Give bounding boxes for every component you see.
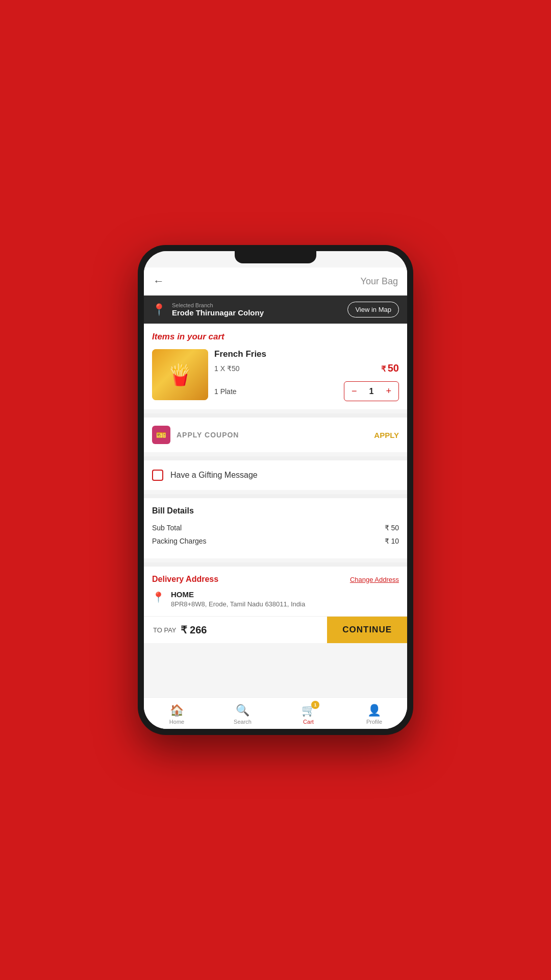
tab-home[interactable]: 🏠 Home xyxy=(144,702,210,727)
gifting-section[interactable]: Have a Gifting Message xyxy=(144,460,407,490)
packing-label: Packing Charges xyxy=(152,537,207,545)
packing-value: ₹ 10 xyxy=(385,537,399,545)
tab-search-label: Search xyxy=(234,719,252,725)
address-type: HOME xyxy=(171,590,399,599)
item-name: French Fries xyxy=(214,349,399,359)
coupon-icon: 🎫 xyxy=(152,426,170,444)
tab-cart[interactable]: 🛒 1 Cart xyxy=(276,702,341,727)
rupee-icon: ₹ xyxy=(381,364,386,373)
search-icon: 🔍 xyxy=(236,704,249,717)
coupon-section: 🎫 APPLY COUPON APPLY xyxy=(144,418,407,452)
packing-charges-row: Packing Charges ₹ 10 xyxy=(152,537,399,545)
home-icon: 🏠 xyxy=(170,704,184,717)
tab-profile-label: Profile xyxy=(366,719,382,725)
address-section-title: Delivery Address xyxy=(152,575,218,584)
tab-profile[interactable]: 👤 Profile xyxy=(341,702,407,727)
view-map-button[interactable]: View in Map xyxy=(347,302,399,317)
tab-cart-label: Cart xyxy=(303,719,314,725)
gift-label: Have a Gifting Message xyxy=(170,471,258,480)
branch-info: 📍 Selected Branch Erode Thirunagar Colon… xyxy=(152,302,264,317)
address-content: 📍 HOME 8PR8+8W8, Erode, Tamil Nadu 63801… xyxy=(152,590,399,608)
bottom-pay-bar: TO PAY ₹ 266 CONTINUE xyxy=(144,616,407,643)
address-header: Delivery Address Change Address xyxy=(152,575,399,584)
divider-2 xyxy=(144,456,407,460)
divider-4 xyxy=(144,562,407,567)
back-button[interactable]: ← xyxy=(153,275,164,288)
gift-checkbox[interactable] xyxy=(152,470,163,481)
item-total: ₹50 xyxy=(381,362,399,374)
continue-button[interactable]: CONTINUE xyxy=(327,617,407,643)
item-price-row: 1 X ₹50 ₹50 xyxy=(214,362,399,374)
item-qty-price: 1 X ₹50 xyxy=(214,364,239,373)
sub-total-row: Sub Total ₹ 50 xyxy=(152,524,399,532)
item-variant-row: 1 Plate − 1 + xyxy=(214,381,399,401)
cart-section: Items in your cart 🍟 French Fries 1 X ₹5… xyxy=(144,324,407,409)
divider-3 xyxy=(144,494,407,498)
address-info: HOME 8PR8+8W8, Erode, Tamil Nadu 638011,… xyxy=(171,590,399,608)
bill-title: Bill Details xyxy=(152,506,399,516)
address-section: Delivery Address Change Address 📍 HOME 8… xyxy=(144,567,407,616)
to-pay-section: TO PAY ₹ 266 xyxy=(144,617,327,643)
to-pay-amount: ₹ 266 xyxy=(181,624,207,636)
divider-1 xyxy=(144,413,407,418)
profile-icon: 👤 xyxy=(367,704,381,717)
app-header: ← Your Bag xyxy=(144,267,407,296)
item-image: 🍟 xyxy=(152,349,208,400)
header-title: Your Bag xyxy=(361,276,398,287)
apply-coupon-button[interactable]: APPLY xyxy=(374,431,399,439)
cart-section-title: Items in your cart xyxy=(152,332,399,342)
cart-badge-container: 🛒 1 xyxy=(302,704,315,717)
bill-section: Bill Details Sub Total ₹ 50 Packing Char… xyxy=(144,498,407,558)
address-detail: 8PR8+8W8, Erode, Tamil Nadu 638011, Indi… xyxy=(171,600,399,608)
tab-bar: 🏠 Home 🔍 Search 🛒 1 Cart 👤 Profile xyxy=(144,697,407,729)
increment-button[interactable]: + xyxy=(379,382,398,401)
branch-label: Selected Branch xyxy=(172,302,264,308)
cart-item: 🍟 French Fries 1 X ₹50 ₹50 1 P xyxy=(152,349,399,401)
cart-badge: 1 xyxy=(311,701,319,709)
scroll-content: Items in your cart 🍟 French Fries 1 X ₹5… xyxy=(144,324,407,697)
branch-text: Selected Branch Erode Thirunagar Colony xyxy=(172,302,264,317)
french-fries-image: 🍟 xyxy=(152,349,208,400)
quantity-stepper[interactable]: − 1 + xyxy=(344,381,399,401)
item-variant: 1 Plate xyxy=(214,387,237,396)
sub-total-value: ₹ 50 xyxy=(385,524,399,532)
tab-search[interactable]: 🔍 Search xyxy=(210,702,276,727)
branch-name: Erode Thirunagar Colony xyxy=(172,308,264,317)
coupon-label: APPLY COUPON xyxy=(177,431,239,439)
stepper-value: 1 xyxy=(364,387,379,396)
tab-home-label: Home xyxy=(169,719,184,725)
item-details: French Fries 1 X ₹50 ₹50 1 Plate − xyxy=(214,349,399,401)
change-address-button[interactable]: Change Address xyxy=(350,576,399,583)
branch-banner: 📍 Selected Branch Erode Thirunagar Colon… xyxy=(144,296,407,324)
to-pay-label: TO PAY xyxy=(153,626,177,634)
location-pin-icon: 📍 xyxy=(152,303,166,316)
address-location-icon: 📍 xyxy=(152,591,165,603)
coupon-left: 🎫 APPLY COUPON xyxy=(152,426,239,444)
sub-total-label: Sub Total xyxy=(152,524,182,532)
decrement-button[interactable]: − xyxy=(344,382,364,401)
